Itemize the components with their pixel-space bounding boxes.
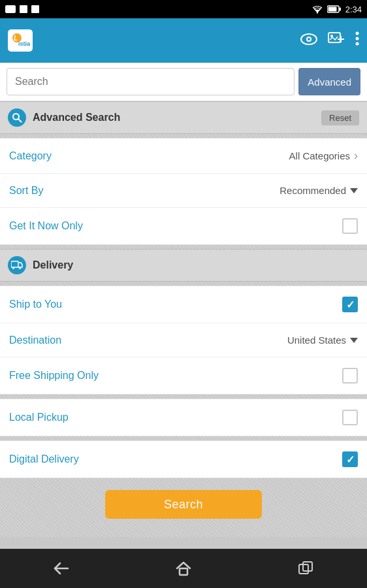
battery-icon: [327, 5, 342, 13]
search-input[interactable]: [7, 68, 295, 95]
destination-label: Destination: [9, 335, 61, 346]
status-left-icons: [5, 5, 39, 13]
app-bar-actions: [300, 31, 359, 50]
svg-point-16: [356, 37, 359, 41]
advanced-search-icon: [8, 108, 26, 127]
svg-point-22: [19, 267, 21, 269]
delivery-title: Delivery: [33, 259, 73, 271]
ship-to-you-row[interactable]: Ship to You: [0, 286, 367, 323]
home-icon[interactable]: [164, 555, 203, 581]
logo-box: L istia: [8, 29, 33, 52]
app-logo: L istia: [8, 29, 33, 52]
search-button[interactable]: Search: [105, 490, 262, 519]
svg-rect-20: [11, 261, 18, 267]
svg-rect-2: [339, 8, 341, 11]
more-icon[interactable]: [355, 31, 359, 50]
ship-to-you-checkbox[interactable]: [342, 297, 358, 312]
svg-point-17: [356, 42, 359, 46]
local-pickup-section: Local Pickup: [0, 399, 367, 436]
advanced-search-header: Advanced Search Reset: [0, 101, 367, 134]
truck-icon: [8, 256, 26, 274]
svg-line-19: [18, 119, 22, 122]
sort-by-value: Recommended: [279, 185, 358, 196]
status-icon-2: [20, 5, 27, 13]
digital-delivery-row[interactable]: Digital Delivery: [0, 441, 367, 478]
advanced-search-title: Advanced Search: [33, 112, 120, 123]
recent-apps-icon[interactable]: [286, 555, 325, 581]
svg-rect-11: [328, 33, 340, 42]
category-row[interactable]: Category All Categories ›: [0, 139, 367, 174]
local-pickup-row[interactable]: Local Pickup: [0, 399, 367, 436]
category-label: Category: [9, 150, 52, 162]
get-it-now-label: Get It Now Only: [9, 220, 83, 232]
svg-point-0: [316, 12, 317, 13]
destination-dropdown-icon: [350, 338, 358, 343]
time-display: 2:34: [345, 5, 362, 14]
svg-point-14: [330, 35, 333, 37]
ship-to-you-label: Ship to You: [9, 299, 62, 310]
advanced-button[interactable]: Advanced: [298, 68, 360, 95]
reset-button[interactable]: Reset: [321, 110, 359, 125]
svg-point-21: [12, 267, 14, 269]
free-shipping-checkbox[interactable]: [342, 368, 358, 384]
local-pickup-checkbox[interactable]: [342, 410, 358, 425]
status-bar: 2:34: [0, 0, 367, 18]
app-bar: L istia: [0, 18, 367, 63]
svg-point-15: [356, 32, 359, 35]
svg-rect-24: [180, 568, 187, 575]
eye-icon[interactable]: [300, 32, 317, 49]
destination-value: United States: [287, 335, 358, 346]
svg-text:istia: istia: [18, 41, 31, 47]
get-it-now-checkbox[interactable]: [342, 218, 358, 234]
sort-by-dropdown-icon: [350, 188, 358, 193]
local-pickup-label: Local Pickup: [9, 412, 69, 423]
digital-delivery-label: Digital Delivery: [9, 453, 79, 465]
category-value: All Categories ›: [289, 149, 358, 163]
destination-row[interactable]: Destination United States: [0, 323, 367, 357]
svg-point-10: [308, 38, 310, 41]
add-image-icon[interactable]: [328, 31, 345, 50]
wifi-icon: [311, 5, 323, 14]
category-chevron-icon: ›: [354, 149, 358, 163]
notification-icon: [5, 5, 16, 13]
status-right-icons: 2:34: [311, 5, 362, 14]
free-shipping-label: Free Shipping Only: [9, 370, 99, 382]
sort-by-label: Sort By: [9, 185, 43, 197]
filters-section: Category All Categories › Sort By Recomm…: [0, 138, 367, 245]
sort-by-row[interactable]: Sort By Recommended: [0, 174, 367, 208]
svg-text:L: L: [14, 35, 18, 42]
delivery-section: Ship to You Destination United States Fr…: [0, 286, 367, 395]
content-area: Advanced Search Reset Category All Categ…: [0, 101, 367, 537]
digital-delivery-checkbox[interactable]: [342, 451, 358, 467]
nav-bar: [0, 549, 367, 588]
digital-delivery-section: Digital Delivery: [0, 440, 367, 478]
free-shipping-row[interactable]: Free Shipping Only: [0, 357, 367, 394]
status-icon-3: [31, 5, 39, 13]
back-icon[interactable]: [42, 555, 81, 581]
svg-rect-3: [328, 7, 336, 12]
search-bar-container: Advanced: [0, 63, 367, 101]
delivery-header: Delivery: [0, 249, 367, 282]
get-it-now-row[interactable]: Get It Now Only: [0, 208, 367, 244]
